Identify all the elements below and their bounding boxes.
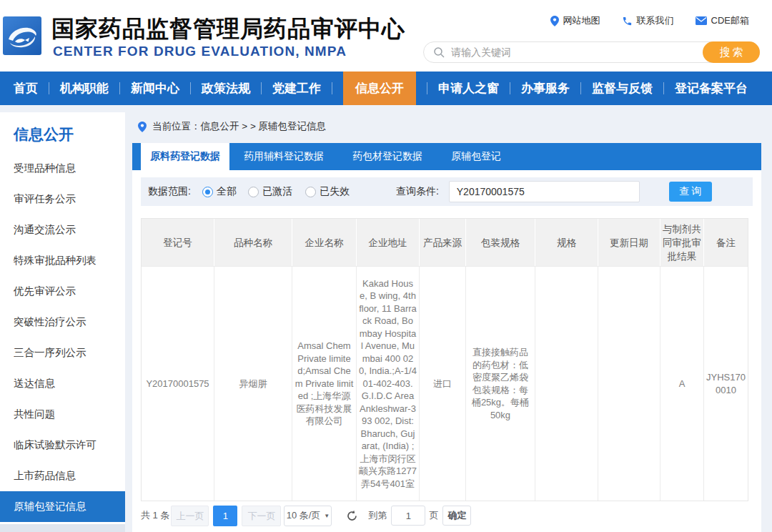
nav-item-supervision[interactable]: 监督与反馈 xyxy=(592,80,653,97)
nav-item-registration-platform[interactable]: 登记备案平台 xyxy=(675,80,748,97)
sidebar-item-priority-review[interactable]: 优先审评公示 xyxy=(0,276,125,307)
sidebar-title: 信息公开 xyxy=(14,124,74,144)
page-size-select[interactable]: 10 条/页 ▼ xyxy=(284,506,332,526)
sidebar-item-three-in-one[interactable]: 三合一序列公示 xyxy=(0,338,125,368)
sidebar-item-review-tasks[interactable]: 审评任务公示 xyxy=(0,184,125,215)
sidebar-item-marketed-drugs[interactable]: 上市药品信息 xyxy=(0,460,125,491)
sidebar-item-raw-material-registration[interactable]: 原辅包登记信息 xyxy=(0,491,125,522)
nav-separator xyxy=(49,82,49,94)
main-nav: 首页 机构职能 新闻中心 政策法规 党建工作 信息公开 申请人之窗 办事服务 监… xyxy=(0,72,772,105)
nav-separator xyxy=(580,82,581,94)
nav-separator xyxy=(427,82,427,94)
current-page[interactable]: 1 xyxy=(213,506,237,526)
sidebar: 信息公开 受理品种信息 审评任务公示 沟通交流公示 特殊审批品种列表 优先审评公… xyxy=(0,112,125,524)
envelope-icon xyxy=(696,16,707,25)
query-input[interactable] xyxy=(449,181,640,202)
nav-separator xyxy=(190,82,191,94)
nav-item-news[interactable]: 新闻中心 xyxy=(131,80,179,97)
radio-expired[interactable]: 已失效 xyxy=(305,185,350,198)
prev-page-button[interactable]: 上一页 xyxy=(171,506,209,526)
nav-item-org[interactable]: 机构职能 xyxy=(60,80,109,97)
radio-expired-control[interactable] xyxy=(305,187,316,197)
sidebar-item-delivery-info[interactable]: 送达信息 xyxy=(0,368,125,399)
filter-bar: 数据范围: 全部 已激活 已失效 查询条件: 查询 xyxy=(141,177,753,206)
nav-item-info-disclosure[interactable]: 信息公开 xyxy=(343,72,416,105)
search-bar: 搜索 xyxy=(423,41,760,63)
site-title: 国家药品监督管理局药品审评中心 xyxy=(51,14,405,45)
goto-page-input[interactable] xyxy=(391,506,425,526)
cell-packaging: 直接接触药品的药包材：低密度聚乙烯袋 包装规格：每桶25kg。每桶50kg xyxy=(465,266,535,501)
location-pin-icon xyxy=(550,16,559,26)
scope-label: 数据范围: xyxy=(148,185,191,198)
site-subtitle: CENTER FOR DRUG EVALUATION, NMPA xyxy=(53,44,347,59)
search-button[interactable]: 搜索 xyxy=(703,41,760,63)
logo-swoosh-icon xyxy=(6,21,39,51)
sidebar-item-breakthrough-therapy[interactable]: 突破性治疗公示 xyxy=(0,307,125,338)
confirm-button[interactable]: 确定 xyxy=(442,506,471,526)
quick-links: 网站地图 联系我们 CDE邮箱 xyxy=(550,14,749,27)
radio-all[interactable]: 全部 xyxy=(202,185,237,198)
mailbox-link[interactable]: CDE邮箱 xyxy=(696,14,749,27)
sidebar-item-clinical-trial[interactable]: 临床试验默示许可 xyxy=(0,430,125,460)
tab-bar: 原料药登记数据 药用辅料登记数据 药包材登记数据 原辅包登记 xyxy=(132,143,761,170)
nav-item-policy[interactable]: 政策法规 xyxy=(202,80,250,97)
phone-icon xyxy=(622,16,633,26)
site-logo[interactable] xyxy=(3,16,41,55)
radio-activated-control[interactable] xyxy=(248,187,259,197)
site-header: 国家药品监督管理局药品审评中心 CENTER FOR DRUG EVALUATI… xyxy=(0,0,772,72)
col-reg-no: 登记号 xyxy=(142,219,214,266)
total-count: 共 1 条 xyxy=(141,509,169,522)
nav-item-home[interactable]: 首页 xyxy=(14,80,38,97)
tab-raw-aux-pack[interactable]: 原辅包登记 xyxy=(437,143,515,170)
contact-label: 联系我们 xyxy=(637,14,674,27)
cell-joint-result: A xyxy=(660,266,703,501)
nav-item-services[interactable]: 办事服务 xyxy=(521,80,570,97)
cell-remark: JYHS1700010 xyxy=(703,266,748,501)
col-remark: 备注 xyxy=(703,219,748,266)
cell-address: Kakad House, B wing, 4th floor, 11 Barra… xyxy=(356,266,419,501)
tab-packaging-material-data[interactable]: 药包材登记数据 xyxy=(338,143,437,170)
radio-activated[interactable]: 已激活 xyxy=(248,185,292,198)
query-label: 查询条件: xyxy=(396,185,439,198)
cell-update-date xyxy=(598,266,660,501)
search-icon xyxy=(433,46,445,58)
sidebar-item-special-approval[interactable]: 特殊审批品种列表 xyxy=(0,245,125,276)
sidebar-item-communication[interactable]: 沟通交流公示 xyxy=(0,215,125,245)
col-name: 品种名称 xyxy=(214,219,292,266)
chevron-down-icon: ▼ xyxy=(324,513,330,519)
cell-origin: 进口 xyxy=(419,266,465,501)
nav-separator xyxy=(119,82,120,94)
sitemap-link[interactable]: 网站地图 xyxy=(550,14,600,27)
nav-separator xyxy=(332,82,332,94)
radio-all-control[interactable] xyxy=(202,187,213,197)
col-update-date: 更新日期 xyxy=(598,219,660,266)
next-page-button[interactable]: 下一页 xyxy=(242,506,281,526)
content-panel: 原料药登记数据 药用辅料登记数据 药包材登记数据 原辅包登记 数据范围: 全部 … xyxy=(132,143,761,532)
cell-spec xyxy=(535,266,598,501)
breadcrumb-text: 当前位置：信息公开 > > 原辅包登记信息 xyxy=(152,120,326,133)
data-table: 登记号 品种名称 企业名称 企业地址 产品来源 包装规格 规格 更新日期 与制剂… xyxy=(141,218,748,501)
tab-excipient-data[interactable]: 药用辅料登记数据 xyxy=(229,143,338,170)
query-button[interactable]: 查询 xyxy=(669,182,712,202)
contact-link[interactable]: 联系我们 xyxy=(622,14,674,27)
nav-separator xyxy=(510,82,510,94)
table-header-row: 登记号 品种名称 企业名称 企业地址 产品来源 包装规格 规格 更新日期 与制剂… xyxy=(142,219,748,266)
refresh-icon[interactable] xyxy=(346,510,358,522)
col-company: 企业名称 xyxy=(292,219,356,266)
nav-item-applicant[interactable]: 申请人之窗 xyxy=(438,80,499,97)
sitemap-label: 网站地图 xyxy=(563,14,600,27)
sidebar-item-accepted-varieties[interactable]: 受理品种信息 xyxy=(0,153,125,184)
sidebar-partial-item xyxy=(0,524,125,532)
col-origin: 产品来源 xyxy=(419,219,465,266)
sidebar-item-common-issues[interactable]: 共性问题 xyxy=(0,399,125,430)
tab-raw-drug-data[interactable]: 原料药登记数据 xyxy=(141,143,229,170)
breadcrumb: 当前位置：信息公开 > > 原辅包登记信息 xyxy=(138,120,326,133)
nav-item-party[interactable]: 党建工作 xyxy=(272,80,321,97)
col-address: 企业地址 xyxy=(356,219,419,266)
cell-name: 异烟肼 xyxy=(214,266,292,501)
cell-company: Amsal Chem Private limited;Amsal Chem Pr… xyxy=(292,266,356,501)
nav-separator xyxy=(261,82,262,94)
table-row: Y20170001575 异烟肼 Amsal Chem Private limi… xyxy=(142,266,748,501)
mailbox-label: CDE邮箱 xyxy=(711,14,749,27)
location-pin-icon xyxy=(138,122,147,132)
